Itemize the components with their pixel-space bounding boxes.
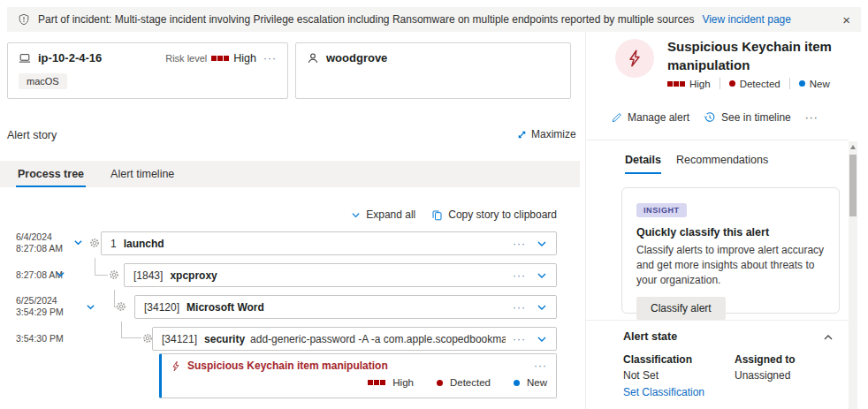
tab-alert-timeline[interactable]: Alert timeline (109, 163, 176, 187)
alert-node-title: Suspicious Keychain item manipulation (187, 360, 388, 372)
new-dot-icon (799, 80, 805, 87)
os-tag: macOS (19, 73, 67, 89)
set-classification-link[interactable]: Set Classification (623, 386, 704, 398)
classification-value: Not Set (623, 369, 659, 382)
device-card: ip-10-2-4-16 Risk level High ··· macOS (7, 42, 288, 99)
collapse-chevron-icon[interactable] (56, 269, 65, 279)
see-in-timeline-label: See in timeline (721, 111, 791, 124)
laptop-icon (19, 52, 31, 64)
process-more-options[interactable]: ··· (506, 270, 526, 281)
process-row-security[interactable]: [34121] security add-generic-password -A… (152, 327, 557, 351)
process-name: xpcproxy (170, 269, 217, 282)
process-row-launchd[interactable]: 1 launchd ··· (101, 231, 557, 255)
alert-more-options[interactable]: ··· (534, 360, 547, 371)
classify-alert-button[interactable]: Classify alert (636, 297, 726, 320)
severity-squares-icon (667, 81, 685, 87)
risk-level-label: Risk level (165, 53, 207, 64)
insight-card: INSIGHT Quickly classify this alert Clas… (621, 187, 840, 314)
process-gear-icon (89, 238, 100, 248)
process-name: security (204, 333, 245, 345)
lightning-bolt-icon (626, 49, 643, 68)
alert-details-panel: Suspicious Keychain item manipulation Hi… (585, 32, 868, 409)
divider (586, 320, 849, 321)
process-pid: [1843] (133, 269, 163, 282)
expand-row-chevron-icon[interactable] (537, 239, 547, 249)
maximize-button[interactable]: Maximize (517, 128, 576, 140)
alert-severity: High (392, 377, 414, 388)
severity-squares-icon (211, 56, 229, 61)
view-incident-page-link[interactable]: View incident page (702, 13, 791, 26)
expand-all-button[interactable]: Expand all (351, 208, 415, 221)
assigned-to-label: Assigned to (735, 353, 796, 366)
see-in-timeline-button[interactable]: See in timeline (704, 111, 791, 124)
alert-state: New (527, 377, 547, 388)
process-args: add-generic-password -A -a com.apple.sco… (250, 333, 506, 345)
panel-severity: High (689, 79, 711, 89)
tree-connector (95, 258, 95, 275)
alert-state-heading: Alert state (623, 330, 677, 343)
panel-status: Detected (740, 79, 780, 89)
tree-connector (114, 307, 118, 307)
panel-more-options[interactable]: ··· (805, 112, 819, 123)
process-row-xpcproxy[interactable]: [1843] xpcproxy ··· (124, 263, 557, 287)
process-pid: [34121] (162, 333, 197, 345)
alert-bolt-icon (171, 360, 181, 372)
collapse-chevron-icon[interactable] (73, 238, 83, 247)
incident-banner-text: Part of incident: Multi-stage incident i… (38, 13, 694, 26)
collapse-section-chevron-icon[interactable] (823, 332, 834, 343)
insight-heading: Quickly classify this alert (636, 226, 825, 239)
scrollbar-up-arrow[interactable] (850, 145, 856, 149)
alert-node[interactable]: Suspicious Keychain item manipulation ··… (159, 353, 557, 398)
user-name[interactable]: woodgrove (326, 51, 387, 64)
expand-row-chevron-icon[interactable] (537, 270, 547, 281)
process-more-options[interactable]: ··· (506, 302, 526, 313)
process-row-microsoft-word[interactable]: [34120] Microsoft Word ··· (134, 295, 557, 319)
timestamp: 6/4/20248:27:08 AM (16, 231, 63, 254)
tree-connector (114, 290, 115, 307)
process-name: Microsoft Word (187, 301, 264, 314)
scrollbar-thumb[interactable] (849, 155, 857, 216)
tree-connector (121, 322, 122, 337)
collapse-chevron-icon[interactable] (86, 302, 95, 312)
device-name[interactable]: ip-10-2-4-16 (38, 51, 102, 64)
insight-badge: INSIGHT (636, 203, 687, 217)
timestamp: 6/25/20243:54:29 PM (16, 295, 64, 318)
alert-status: Detected (450, 377, 491, 388)
device-more-options[interactable]: ··· (263, 53, 277, 64)
process-more-options[interactable]: ··· (506, 334, 526, 345)
expand-all-label: Expand all (366, 208, 415, 221)
user-card: woodgrove (295, 42, 571, 99)
divider (586, 140, 849, 140)
process-name: launchd (124, 238, 164, 250)
manage-alert-button[interactable]: Manage alert (611, 111, 689, 124)
alert-story-title: Alert story (7, 129, 57, 141)
insight-body: Classify alerts to improve alert accurac… (636, 243, 825, 288)
tree-connector (121, 337, 141, 338)
close-icon[interactable]: × (842, 13, 850, 27)
panel-title: Suspicious Keychain item manipulation (667, 37, 855, 74)
tab-recommendations[interactable]: Recommendations (676, 154, 768, 166)
severity-squares-icon (368, 380, 385, 385)
tab-details[interactable]: Details (625, 154, 661, 174)
risk-level-value: High (233, 52, 256, 64)
copy-story-label: Copy story to clipboard (448, 208, 557, 221)
person-icon (307, 52, 319, 64)
expand-row-chevron-icon[interactable] (537, 302, 547, 313)
tab-process-tree[interactable]: Process tree (16, 163, 86, 187)
panel-state: New (810, 79, 830, 89)
process-more-options[interactable]: ··· (506, 239, 526, 249)
incident-banner: Part of incident: Multi-stage incident i… (7, 7, 861, 32)
copy-story-button[interactable]: Copy story to clipboard (431, 208, 557, 221)
classification-label: Classification (623, 353, 692, 366)
process-pid: [34120] (144, 301, 179, 314)
manage-alert-label: Manage alert (628, 111, 689, 124)
panel-severity-row: High Detected New (667, 78, 830, 89)
maximize-label: Maximize (531, 128, 576, 140)
process-gear-icon (109, 269, 119, 280)
assigned-to-value: Unassigned (735, 369, 790, 382)
incident-shield-icon (18, 13, 30, 26)
detected-dot-icon (729, 80, 735, 87)
alert-story-tabstrip: Process tree Alert timeline (0, 161, 580, 187)
expand-row-chevron-icon[interactable] (537, 334, 547, 345)
tree-connector (95, 275, 108, 276)
